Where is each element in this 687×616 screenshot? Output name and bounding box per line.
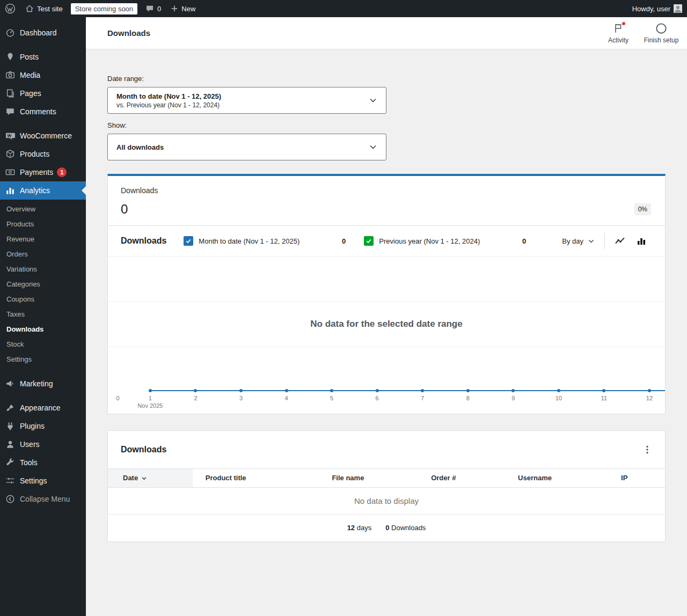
submenu-item-categories[interactable]: Categories [0,277,86,292]
interval-select[interactable]: By day [557,234,600,248]
table-header: Downloads [108,431,665,468]
sidebar-item-pages[interactable]: Pages [0,84,86,102]
howdy-label: Howdy, user [632,5,670,13]
submenu-item-downloads[interactable]: Downloads [0,322,86,337]
new-content-menu[interactable]: New [166,0,200,17]
downloads-summary-tile[interactable]: Downloads 0 0% [108,176,665,226]
menu-separator [0,42,86,48]
x-axis-tick: 8 [466,395,470,401]
show-filter-label: Show: [107,121,666,129]
date-range-select[interactable]: Month to date (Nov 1 - 12, 2025) vs. Pre… [107,87,386,114]
table-summary: 12 days 0 Downloads [108,515,665,541]
line-chart-toggle-button[interactable] [609,231,631,251]
delta-badge: 0% [634,203,651,215]
chart-empty-message: No data for the selected date range [108,256,665,391]
sidebar-item-label: Media [20,70,40,80]
x-axis-tick: 4 [284,395,288,401]
column-header-date[interactable]: Date [108,469,193,488]
show-select[interactable]: All downloads [107,134,386,160]
my-account-menu[interactable]: Howdy, user [627,0,687,17]
comments-menu[interactable]: 0 [141,0,166,17]
sidebar-item-settings[interactable]: Settings [0,472,86,490]
coming-soon-badge: Store coming soon [71,3,137,14]
chevron-down-icon [369,143,377,151]
column-header-product-title: Product title [193,469,319,488]
sidebar-item-appearance[interactable]: Appearance [0,399,86,417]
bar-chart-toggle-button[interactable] [631,231,652,251]
analytics-submenu: Overview Products Revenue Orders Variati… [0,200,86,375]
activity-button[interactable]: Activity [597,23,640,44]
sidebar-item-label: Settings [20,476,47,486]
sidebar-item-analytics[interactable]: Analytics [0,181,86,200]
notification-dot [622,21,626,26]
payments-count-badge: 1 [57,167,67,177]
sidebar-item-woocommerce[interactable]: WooCommerce [0,127,86,145]
submenu-item-settings[interactable]: Settings [0,352,86,367]
page-title: Downloads [107,28,150,38]
legend-item-current-period[interactable]: Month to date (Nov 1 - 12, 2025) 0 [184,236,348,246]
legend-item-previous-period[interactable]: Previous year (Nov 1 - 12, 2024) 0 [364,236,528,246]
sidebar-item-label: Tools [20,458,38,467]
avatar [674,4,682,13]
checkbox-checked-icon [364,236,374,246]
sidebar-item-media[interactable]: Media [0,66,86,84]
sidebar-item-label: Payments 1 [20,167,67,177]
submenu-item-products[interactable]: Products [0,217,86,232]
submenu-item-revenue[interactable]: Revenue [0,232,86,247]
table-header-row: Date Product title File name Order # Use… [108,469,665,488]
show-select-value: All downloads [116,143,164,152]
wordpress-logo-menu[interactable] [0,0,20,17]
pages-icon [5,88,16,99]
chart-title: Downloads [121,236,166,246]
submenu-item-overview[interactable]: Overview [0,202,86,217]
activity-label: Activity [608,36,628,44]
legend-total: 0 [342,237,348,245]
column-header-file-name: File name [319,469,418,488]
sidebar-item-dashboard[interactable]: Dashboard [0,24,86,42]
users-icon [5,439,16,450]
x-axis-tick: 1 [149,395,152,401]
sidebar-item-label: Posts [20,52,39,62]
submenu-item-stock[interactable]: Stock [0,337,86,352]
legend-label: Previous year (Nov 1 - 12, 2024) [379,237,480,245]
sidebar-item-comments[interactable]: Comments [0,102,86,121]
summary-label: Downloads [121,186,651,195]
site-name-menu[interactable]: Test site [20,0,68,17]
chart-x-axis: 01Nov 202523456789101112 [108,391,665,410]
x-axis-tick: 9 [511,395,515,401]
date-range-compare: vs. Previous year (Nov 1 - 12, 2024) [116,101,221,109]
sidebar-item-label: Pages [20,89,41,98]
sidebar-item-plugins[interactable]: Plugins [0,417,86,435]
vertical-divider [604,233,605,249]
x-axis-tick: 11 [601,395,607,401]
interval-select-value: By day [562,237,583,245]
ellipsis-menu-button[interactable] [639,442,655,458]
finish-setup-button[interactable]: Finish setup [640,23,683,44]
comments-bubble-icon [5,106,16,117]
checkbox-checked-icon [184,236,193,246]
home-icon [25,4,34,13]
sidebar-item-products[interactable]: Products [0,145,86,163]
payments-icon [5,167,16,178]
column-header-username: Username [505,469,608,488]
new-label: New [181,5,195,13]
chart-header: Downloads Month to date (Nov 1 - 12, 202… [108,226,665,256]
sidebar-item-marketing[interactable]: Marketing [0,375,86,393]
woocommerce-icon [5,130,16,141]
admin-bar-left: Test site Store coming soon 0 New [0,0,200,17]
submenu-item-taxes[interactable]: Taxes [0,307,86,322]
submenu-item-coupons[interactable]: Coupons [0,292,86,307]
submenu-item-orders[interactable]: Orders [0,247,86,262]
submenu-item-variations[interactable]: Variations [0,262,86,277]
sidebar-item-posts[interactable]: Posts [0,48,86,66]
analytics-bars-icon [5,185,16,196]
sidebar-item-collapse-menu[interactable]: Collapse Menu [0,490,86,508]
sidebar-item-tools[interactable]: Tools [0,453,86,472]
sidebar-item-users[interactable]: Users [0,435,86,453]
sidebar-item-label: Marketing [20,379,53,388]
chevron-down-icon [369,96,377,105]
sidebar-item-payments[interactable]: Payments 1 [0,163,86,181]
sidebar-item-label: Users [20,439,40,449]
x-axis-tick: 3 [239,395,243,401]
chart-plot-area: No data for the selected date range [108,256,665,391]
